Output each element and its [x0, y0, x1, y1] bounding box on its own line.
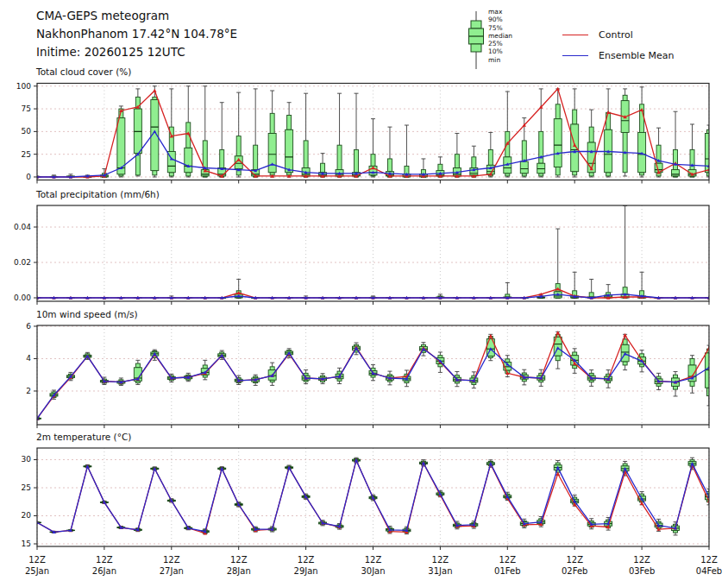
x-tick-date: 31Jan	[428, 566, 452, 576]
y-tick-label: 2	[26, 387, 31, 395]
x-tick-time: 12Z	[365, 555, 382, 565]
y-tick-label: 20	[22, 511, 32, 520]
y-tick-label: 15	[22, 540, 31, 548]
legend-label-min: min	[488, 56, 512, 64]
header-model-line: CMA-GEPS meteogram	[36, 7, 237, 25]
x-tick-time: 12Z	[96, 555, 113, 565]
x-tick-date: 28Jan	[227, 566, 251, 576]
panel-title-wind: 10m wind speed (m/s)	[36, 309, 138, 319]
x-tick-date: 25Jan	[25, 566, 49, 576]
y-tick-label: 6	[26, 322, 31, 331]
x-tick-date: 03Feb	[629, 566, 655, 576]
legend-box-25-10	[471, 44, 481, 52]
x-tick-date: 04Feb	[696, 566, 722, 576]
legend-label-75: 75%	[488, 24, 512, 32]
axis-ticks: 0.000.020.04	[14, 223, 709, 305]
boxplot-legend-labels: max 90% 75% median 25% 10% min	[488, 8, 512, 64]
x-tick-date: 29Jan	[294, 566, 318, 576]
x-tick-time: 12Z	[566, 555, 583, 565]
x-tick-date: 27Jan	[160, 566, 184, 576]
y-tick-label: 50	[22, 127, 32, 136]
x-tick-time: 12Z	[633, 555, 650, 565]
panel-title-cloud: Total cloud cover (%)	[36, 66, 131, 77]
ensemble-line-swatch	[562, 55, 588, 56]
plot-area	[34, 86, 713, 179]
boxplot-legend-icon	[464, 9, 490, 74]
header-inittime-line: Initime: 20260125 12UTC	[36, 43, 237, 61]
meteogram-figure: 02550751000.000.020.042461520253012Z25Ja…	[0, 0, 728, 587]
y-tick-label: 75	[22, 104, 31, 113]
panel-title-precip: Total precipitation (mm/6h)	[36, 189, 160, 199]
legend-entry-control: Control	[562, 24, 674, 45]
legend-label-25: 25%	[488, 40, 512, 47]
x-tick-time: 12Z	[28, 555, 46, 565]
axis-ticks: 15202530	[22, 455, 709, 550]
panel-cloud: 0255075100	[16, 82, 713, 184]
y-tick-label: 30	[22, 455, 32, 464]
control-legend-label: Control	[599, 29, 633, 41]
legend-label-10: 10%	[488, 47, 512, 55]
x-tick-time: 12Z	[432, 555, 449, 565]
panel-precip: 0.000.020.04	[14, 205, 713, 305]
x-tick-time: 12Z	[163, 555, 180, 565]
panel-title-temp: 2m temperature (°C)	[36, 432, 131, 442]
x-tick-time: 12Z	[298, 555, 315, 565]
chart-header: CMA-GEPS meteogram NakhonPhanom 17.42°N …	[36, 7, 237, 61]
legend-box-90-75	[471, 21, 481, 28]
y-tick-label: 0	[26, 173, 31, 181]
line-legend: Control Ensemble Mean	[562, 24, 674, 66]
control-line-swatch	[562, 35, 588, 35]
legend-label-90: 90%	[488, 16, 512, 23]
x-tick-time: 12Z	[230, 555, 248, 565]
panel-temp: 1520253012Z25Jan12Z26Jan12Z27Jan12Z28Jan…	[22, 448, 723, 576]
x-tick-time: 12Z	[499, 555, 517, 565]
meteogram-canvas: 02550751000.000.020.042461520253012Z25Ja…	[0, 0, 728, 587]
y-tick-label: 100	[16, 82, 31, 91]
x-tick-date: 30Jan	[361, 566, 385, 576]
header-station-line: NakhonPhanom 17.42°N 104.78°E	[36, 25, 237, 43]
x-axis-labels: 12Z25Jan12Z26Jan12Z27Jan12Z28Jan12Z29Jan…	[25, 555, 722, 576]
y-tick-label: 25	[22, 150, 31, 159]
y-tick-label: 4	[26, 354, 31, 363]
legend-label-median: median	[488, 32, 512, 40]
y-tick-label: 0.00	[14, 294, 31, 302]
ensemble-legend-label: Ensemble Mean	[599, 50, 674, 61]
panel-wind: 246	[26, 322, 712, 428]
y-tick-label: 25	[22, 483, 31, 492]
x-tick-date: 02Feb	[562, 566, 587, 576]
legend-label-max: max	[488, 8, 512, 16]
ensemble-boxplots	[34, 331, 713, 420]
ensemble-boxplots	[34, 86, 713, 178]
x-tick-date: 01Feb	[494, 566, 520, 576]
x-tick-time: 12Z	[700, 555, 718, 565]
y-tick-label: 0.02	[14, 258, 31, 267]
plot-area	[34, 331, 713, 420]
legend-entry-ensemble: Ensemble Mean	[562, 45, 674, 66]
y-tick-label: 0.04	[14, 223, 31, 231]
x-tick-date: 26Jan	[92, 566, 116, 576]
